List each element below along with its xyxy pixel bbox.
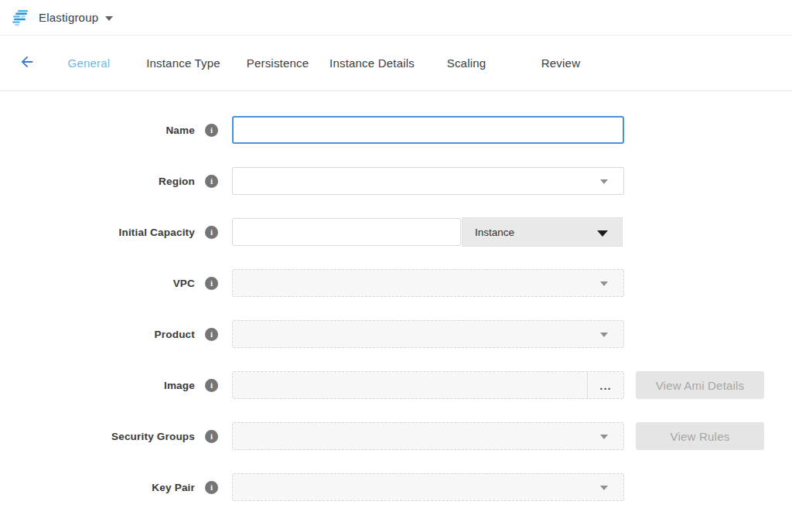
elastigroup-logo-icon — [11, 9, 31, 26]
tab-review[interactable]: Review — [514, 56, 608, 70]
info-icon[interactable]: i — [205, 175, 218, 188]
form-row-name: Name i — [0, 116, 792, 144]
info-icon[interactable]: i — [205, 379, 218, 392]
form-row-region: Region i — [0, 167, 792, 195]
product-select — [232, 320, 624, 348]
tab-instance-details[interactable]: Instance Details — [325, 56, 419, 70]
vpc-label: VPC — [173, 278, 195, 289]
chevron-down-icon — [597, 230, 608, 237]
form-row-security-groups: Security Groups i View Rules — [0, 422, 792, 450]
capacity-unit-value: Instance — [475, 227, 514, 238]
form-row-product: Product i — [0, 320, 792, 348]
view-rules-button[interactable]: View Rules — [636, 422, 764, 450]
region-label: Region — [159, 176, 195, 187]
name-input[interactable] — [232, 116, 624, 144]
name-label: Name — [166, 124, 195, 136]
initial-capacity-label: Initial Capacity — [119, 227, 195, 238]
capacity-unit-select[interactable]: Instance — [462, 217, 623, 247]
chevron-down-icon — [600, 179, 608, 184]
wizard-tabs: General Instance Type Persistence Instan… — [42, 56, 608, 70]
info-icon[interactable]: i — [205, 226, 218, 239]
security-groups-select — [232, 422, 624, 450]
product-label: Product — [155, 329, 195, 340]
form-row-vpc: VPC i — [0, 269, 792, 297]
tab-persistence[interactable]: Persistence — [230, 56, 325, 70]
initial-capacity-input[interactable] — [232, 218, 461, 246]
key-pair-label: Key Pair — [152, 482, 195, 493]
image-label: Image — [164, 380, 195, 391]
form-row-image: Image i ... View Ami Details — [0, 371, 792, 399]
chevron-down-icon — [600, 486, 608, 490]
brand-label[interactable]: Elastigroup — [39, 11, 98, 24]
tab-instance-type[interactable]: Instance Type — [136, 56, 230, 70]
info-icon[interactable]: i — [205, 328, 218, 341]
wizard-tab-bar: General Instance Type Persistence Instan… — [0, 36, 792, 91]
image-input: ... — [232, 371, 624, 399]
back-button[interactable] — [12, 36, 42, 90]
region-select[interactable] — [232, 167, 624, 195]
chevron-down-icon — [600, 332, 608, 337]
info-icon[interactable]: i — [205, 481, 218, 494]
view-ami-details-button[interactable]: View Ami Details — [636, 371, 764, 399]
chevron-down-icon — [600, 281, 608, 286]
form-row-initial-capacity: Initial Capacity i Instance — [0, 218, 792, 246]
vpc-select — [232, 269, 624, 297]
tab-general[interactable]: General — [42, 56, 136, 70]
general-form: Name i Region i Initial Capacity i Insta… — [0, 91, 792, 501]
key-pair-select — [232, 473, 624, 501]
brand-caret-down-icon[interactable] — [105, 16, 113, 21]
form-row-key-pair: Key Pair i — [0, 473, 792, 501]
info-icon[interactable]: i — [205, 430, 218, 443]
info-icon[interactable]: i — [205, 277, 218, 290]
back-arrow-icon — [19, 53, 36, 73]
image-browse-button[interactable]: ... — [587, 372, 623, 398]
tab-scaling[interactable]: Scaling — [419, 56, 514, 70]
chevron-down-icon — [600, 435, 608, 439]
security-groups-label: Security Groups — [111, 431, 195, 442]
app-header: Elastigroup — [0, 0, 792, 36]
info-icon[interactable]: i — [205, 124, 218, 137]
